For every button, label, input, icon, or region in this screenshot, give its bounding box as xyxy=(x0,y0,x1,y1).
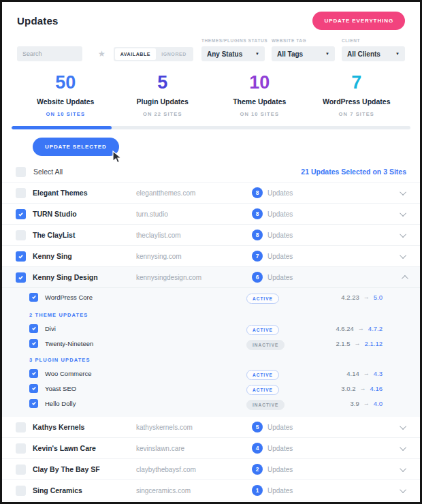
update-item-row[interactable]: Twenty-Nineteen INACTIVE 2.1.5 → 2.1.12 xyxy=(2,336,420,351)
chevron-down-icon[interactable] xyxy=(400,486,406,493)
arrow-right-icon: → xyxy=(360,385,366,392)
site-checkbox[interactable] xyxy=(16,464,26,475)
client-filter-select[interactable]: All Clients ▼ xyxy=(342,46,405,61)
version-new[interactable]: 4.7.2 xyxy=(368,325,383,332)
chevron-down-icon[interactable] xyxy=(400,444,406,451)
site-checkbox[interactable] xyxy=(16,272,26,283)
update-item-checkbox[interactable] xyxy=(29,369,38,378)
site-checkbox[interactable] xyxy=(16,251,26,262)
site-checkbox[interactable] xyxy=(16,422,26,432)
site-name: Kathys Kernels xyxy=(33,423,136,431)
page-header: Updates UPDATE EVERYTHING xyxy=(2,12,420,30)
arrow-right-icon: → xyxy=(363,400,370,407)
updates-word: Updates xyxy=(267,445,293,452)
progress-bar-fill xyxy=(12,126,112,129)
site-name: TURN Studio xyxy=(33,210,136,218)
star-icon[interactable]: ★ xyxy=(98,49,106,59)
chevron-up-icon[interactable] xyxy=(402,274,408,281)
update-item-row[interactable]: Woo Commerce ACTIVE 4.14 → 4.3 xyxy=(2,366,420,381)
update-item-row[interactable]: Hello Dolly INACTIVE 3.9 → 4.0 xyxy=(2,396,420,411)
update-selected-button[interactable]: UPDATE SELECTED xyxy=(33,138,119,156)
update-item-row[interactable]: Yoast SEO ACTIVE 3.0.2 → 4.16 xyxy=(2,381,420,396)
status-filter: THEMES/PLUGINS STATUS Any Status ▼ xyxy=(201,38,265,61)
filter-bar: ★ AVAILABLE IGNORED THEMES/PLUGINS STATU… xyxy=(2,38,420,61)
stat-count: 10 xyxy=(211,74,308,92)
site-row[interactable]: Kenny Sing Design kennysingdesign.com 6 … xyxy=(2,267,420,288)
search-input[interactable] xyxy=(17,46,82,61)
stat-count: 5 xyxy=(114,74,212,92)
site-checkbox[interactable] xyxy=(16,443,26,454)
version-new[interactable]: 5.0 xyxy=(374,294,383,301)
version-old: 4.6.24 xyxy=(336,325,353,332)
status-pill: ACTIVE xyxy=(246,294,279,304)
status-pill: INACTIVE xyxy=(246,400,285,410)
updates-group: 6 Updates xyxy=(252,272,293,283)
site-checkbox[interactable] xyxy=(16,230,26,240)
update-item-versions: 3.9 → 4.0 xyxy=(309,400,383,407)
chevron-down-icon[interactable] xyxy=(400,252,406,259)
selection-summary-link[interactable]: 21 Updates Selected on 3 Sites xyxy=(301,168,406,176)
status-filter-select[interactable]: Any Status ▼ xyxy=(201,46,265,61)
updates-word: Updates xyxy=(267,487,293,494)
site-row[interactable]: Clay By The Bay SF claybythebaysf.com 2 … xyxy=(2,459,420,480)
site-name: The ClayList xyxy=(33,231,136,239)
update-item-name: Yoast SEO xyxy=(45,385,246,392)
site-checkbox[interactable] xyxy=(16,188,26,198)
stat-label: Theme Updates xyxy=(211,97,308,106)
update-everything-button[interactable]: UPDATE EVERYTHING xyxy=(312,12,405,30)
chevron-down-icon[interactable] xyxy=(400,423,406,430)
updates-group: 8 Updates xyxy=(252,230,293,240)
site-row[interactable]: The Art Department kennysing.com/podcast… xyxy=(2,501,420,504)
caret-down-icon: ▼ xyxy=(325,52,329,56)
site-row[interactable]: Sing Ceramics singceramics.com 1 Updates xyxy=(2,480,420,501)
update-item-checkbox[interactable] xyxy=(29,384,38,393)
updates-word: Updates xyxy=(267,210,293,218)
arrow-right-icon: → xyxy=(363,370,370,377)
updates-count-badge: 4 xyxy=(252,443,263,454)
update-item-versions: 2.1.5 → 2.1.12 xyxy=(309,340,383,347)
update-item-row[interactable]: WordPress Core ACTIVE 4.2.23 → 5.0 xyxy=(2,288,420,306)
version-new[interactable]: 2.1.12 xyxy=(365,340,383,347)
update-item-row[interactable]: Divi ACTIVE 4.6.24 → 4.7.2 xyxy=(2,321,420,336)
chevron-down-icon[interactable] xyxy=(400,465,406,472)
status-filter-label: THEMES/PLUGINS STATUS xyxy=(201,38,265,43)
stat-card: 7 WordPress Updates ON 7 SITES xyxy=(308,74,406,117)
chevron-down-icon[interactable] xyxy=(400,189,406,195)
updates-count-badge: 2 xyxy=(252,464,263,475)
updates-group: 2 Updates xyxy=(252,464,293,475)
update-item-checkbox[interactable] xyxy=(29,324,38,333)
site-checkbox[interactable] xyxy=(16,209,26,219)
toggle-ignored[interactable]: IGNORED xyxy=(156,48,192,60)
site-row[interactable]: TURN Studio turn.studio 8 Updates xyxy=(2,204,420,225)
page-title: Updates xyxy=(17,15,59,27)
client-filter: CLIENT All Clients ▼ xyxy=(342,38,405,61)
site-checkbox[interactable] xyxy=(16,486,26,496)
stat-card: 50 Website Updates ON 10 SITES xyxy=(17,74,114,117)
client-filter-value: All Clients xyxy=(347,50,380,58)
site-row[interactable]: Elegant Themes elegantthemes.com 8 Updat… xyxy=(2,183,420,204)
update-item-name: Hello Dolly xyxy=(45,400,246,407)
site-row[interactable]: Kenny Sing kennysing.com 7 Updates xyxy=(2,246,420,267)
update-item-checkbox[interactable] xyxy=(29,399,38,408)
caret-down-icon: ▼ xyxy=(395,52,400,56)
version-new[interactable]: 4.3 xyxy=(374,370,383,377)
site-row[interactable]: Kathys Kernels kathyskernels.com 5 Updat… xyxy=(2,417,420,438)
tag-filter-select[interactable]: All Tags ▼ xyxy=(272,46,335,61)
client-filter-label: CLIENT xyxy=(342,38,405,43)
mouse-cursor-icon xyxy=(112,151,122,163)
site-domain: turn.studio xyxy=(136,210,252,218)
updates-word: Updates xyxy=(267,232,293,239)
select-all-checkbox[interactable] xyxy=(16,167,26,177)
chevron-down-icon[interactable] xyxy=(400,231,406,238)
update-item-name: WordPress Core xyxy=(45,294,246,301)
update-item-name: Divi xyxy=(45,325,246,332)
version-new[interactable]: 4.0 xyxy=(374,400,383,407)
site-row[interactable]: The ClayList theclaylist.com 8 Updates xyxy=(2,225,420,246)
chevron-down-icon[interactable] xyxy=(400,210,406,217)
update-item-checkbox[interactable] xyxy=(29,339,38,348)
site-row[interactable]: Kevin's Lawn Care kevinslawn.care 4 Upda… xyxy=(2,438,420,459)
update-item-checkbox[interactable] xyxy=(29,293,38,302)
toggle-available[interactable]: AVAILABLE xyxy=(115,48,156,60)
version-new[interactable]: 4.16 xyxy=(370,385,383,392)
updates-page: Updates UPDATE EVERYTHING ★ AVAILABLE IG… xyxy=(2,2,420,504)
